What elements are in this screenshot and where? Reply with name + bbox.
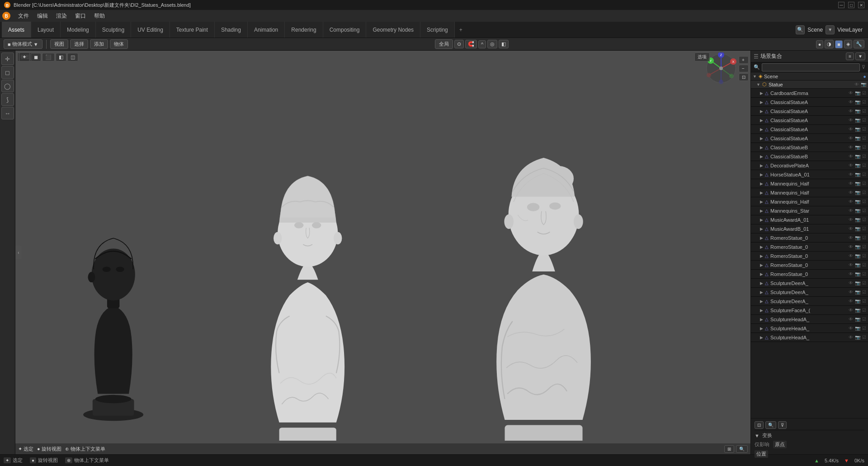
affect-value[interactable]: 原点 bbox=[773, 441, 787, 448]
tree-item-4[interactable]: ▶△ ClassicalStatueA 👁📷☑ bbox=[751, 125, 868, 134]
tree-item-19[interactable]: ▶△ RomeroStatue_0 👁📷☑ bbox=[751, 261, 868, 270]
select-mode-4[interactable]: ◧ bbox=[56, 53, 66, 62]
tree-item-27[interactable]: ▶△ SculptureHeadA_ 👁📷☑ bbox=[751, 333, 868, 342]
coll-render-icon[interactable]: 📷 bbox=[861, 82, 866, 87]
select-menu[interactable]: 选择 bbox=[70, 39, 88, 49]
tree-item-20[interactable]: ▶△ RomeroStatue_0 👁📷☑ bbox=[751, 270, 868, 279]
tab-layout[interactable]: Layout bbox=[31, 22, 61, 38]
search-btn[interactable]: 🔍 bbox=[736, 445, 748, 453]
add-workspace-button[interactable]: + bbox=[455, 22, 467, 38]
scene-visible-icon[interactable]: ● bbox=[863, 74, 866, 79]
prop-search-btn[interactable]: 🔍 bbox=[765, 421, 776, 429]
viewport-shading-2[interactable]: ◑ bbox=[825, 40, 834, 48]
menu-help[interactable]: 帮助 bbox=[90, 11, 108, 21]
filter-icon[interactable]: ⊽ bbox=[862, 64, 865, 70]
add-menu[interactable]: 添加 bbox=[90, 39, 108, 49]
scene-options-icon[interactable]: ▼ bbox=[826, 25, 835, 34]
tree-item-18[interactable]: ▶△ RomeroStatue_0 👁📷☑ bbox=[751, 252, 868, 261]
tree-item-16[interactable]: ▶△ RomeroStatue_0 👁📷☑ bbox=[751, 233, 868, 243]
tree-item-7[interactable]: ▶△ ClassicalStatueB 👁📷☑ bbox=[751, 152, 868, 161]
viewport-shading-3[interactable]: ■ bbox=[835, 40, 843, 48]
tree-item-23[interactable]: ▶△ SculptureDeerA_ 👁📷☑ bbox=[751, 297, 868, 306]
tree-item-0[interactable]: ▶ △ CardboardEmma 👁📷☑ bbox=[751, 89, 868, 98]
transform-arrow[interactable]: ▼ bbox=[755, 433, 760, 438]
tree-item-26[interactable]: ▶△ SculptureHeadA_ 👁📷☑ bbox=[751, 324, 868, 333]
coll-eye-icon[interactable]: 👁 bbox=[854, 82, 859, 87]
tree-item-1[interactable]: ▶△ ClassicalStatueA 👁📷☑ bbox=[751, 98, 868, 107]
select-mode-edge[interactable]: ◼ bbox=[31, 53, 41, 62]
position-value[interactable]: 位置 bbox=[755, 450, 768, 458]
cursor-tool[interactable]: ✛ bbox=[1, 52, 14, 65]
tab-assets[interactable]: Assets bbox=[2, 22, 31, 38]
minimize-button[interactable]: ─ bbox=[838, 2, 844, 8]
move-tool[interactable]: ↔ bbox=[1, 107, 14, 119]
tree-item-2[interactable]: ▶△ ClassicalStatueA 👁📷☑ bbox=[751, 107, 868, 116]
viewport-shading-4[interactable]: ◈ bbox=[844, 40, 852, 48]
tree-item-24[interactable]: ▶△ SculptureFaceA_( 👁📷☑ bbox=[751, 306, 868, 315]
scene-collection-row[interactable]: ▼ ◈ Scene ● bbox=[751, 72, 868, 81]
tree-item-25[interactable]: ▶△ SculptureHeadA_ 👁📷☑ bbox=[751, 315, 868, 324]
zoom-out-btn[interactable]: − bbox=[739, 65, 749, 72]
select-circle-tool[interactable]: ◯ bbox=[1, 80, 14, 92]
global-transform[interactable]: 全局 bbox=[435, 39, 453, 49]
select-mode-vertex[interactable]: ✦ bbox=[19, 52, 30, 62]
outliner-search-input[interactable] bbox=[762, 63, 860, 71]
tree-item-14[interactable]: ▶△ MusicAwardA_01 👁📷☑ bbox=[751, 215, 868, 224]
tab-rendering[interactable]: Rendering bbox=[285, 22, 323, 38]
menu-render[interactable]: 渲染 bbox=[52, 11, 71, 21]
tree-item-12[interactable]: ▶△ Mannequins_Half 👁📷☑ bbox=[751, 197, 868, 206]
zoom-extents-btn[interactable]: ⊡ bbox=[739, 73, 749, 81]
viewport-shading-1[interactable]: ● bbox=[816, 40, 824, 48]
tree-item-11[interactable]: ▶△ Mannequins_Half 👁📷☑ bbox=[751, 188, 868, 197]
outliner-filter-btn[interactable]: ≡ bbox=[846, 52, 854, 60]
viewport-options-btn[interactable]: 选项 bbox=[694, 52, 710, 62]
tree-item-10[interactable]: ▶△ Mannequins_Half 👁📷☑ bbox=[751, 179, 868, 188]
tab-uv-editing[interactable]: UV Editing bbox=[131, 22, 170, 38]
tab-modeling[interactable]: Modeling bbox=[61, 22, 96, 38]
proportional-edit[interactable]: ⊙ bbox=[454, 40, 464, 48]
outliner-view-btn[interactable]: ▼ bbox=[855, 52, 865, 60]
viewport-expand-arrow[interactable]: ‹ bbox=[15, 246, 22, 259]
view-menu[interactable]: 视图 bbox=[50, 39, 68, 49]
tree-item-17[interactable]: ▶△ RomeroStatue_0 👁📷☑ bbox=[751, 243, 868, 252]
select-mode-face[interactable]: ⬛ bbox=[42, 53, 55, 62]
statue-collection-row[interactable]: ▼ ⬡ Statue 👁 📷 bbox=[751, 81, 868, 89]
tree-item-15[interactable]: ▶△ MusicAwardB_01 👁📷☑ bbox=[751, 224, 868, 233]
prop-scene-btn[interactable]: ⊡ bbox=[755, 421, 764, 429]
mode-selector[interactable]: ■ 物体模式 ▼ bbox=[4, 39, 42, 49]
render-options[interactable]: 🔧 bbox=[854, 40, 864, 48]
close-button[interactable]: ✕ bbox=[858, 2, 864, 8]
tree-item-6[interactable]: ▶△ ClassicalStatueB 👁📷☑ bbox=[751, 143, 868, 152]
select-box-tool[interactable]: ◻ bbox=[1, 66, 14, 79]
tab-compositing[interactable]: Compositing bbox=[323, 22, 367, 38]
zoom-in-btn[interactable]: + bbox=[739, 56, 749, 64]
grid-btn[interactable]: ⊞ bbox=[724, 445, 734, 453]
snap-options[interactable]: ^ bbox=[478, 40, 486, 48]
menu-file[interactable]: 文件 bbox=[14, 11, 33, 21]
scene-selector[interactable]: 🔍 bbox=[796, 25, 805, 34]
xray-btn[interactable]: ◧ bbox=[499, 40, 509, 48]
menu-window[interactable]: 窗口 bbox=[71, 11, 90, 21]
tree-item-13[interactable]: ▶△ Mannequins_Star 👁📷☑ bbox=[751, 206, 868, 215]
tree-item-8[interactable]: ▶△ DecorativePlateA 👁📷☑ bbox=[751, 161, 868, 170]
select-mode-5[interactable]: ◫ bbox=[67, 53, 78, 62]
object-menu[interactable]: 物体 bbox=[110, 39, 128, 49]
axes-gizmo[interactable]: X Y Z bbox=[705, 52, 737, 84]
tab-sculpting[interactable]: Sculpting bbox=[96, 22, 131, 38]
snap-toggle[interactable]: 🧲 bbox=[465, 40, 477, 48]
tab-texture-paint[interactable]: Texture Paint bbox=[170, 22, 215, 38]
tree-item-9[interactable]: ▶△ HorseStatueA_01 👁📷☑ bbox=[751, 170, 868, 179]
tree-item-21[interactable]: ▶△ SculptureDeerA_ 👁📷☑ bbox=[751, 279, 868, 288]
tree-item-3[interactable]: ▶△ ClassicalStatueA 👁📷☑ bbox=[751, 116, 868, 125]
tree-item-5[interactable]: ▶△ ClassicalStatueA 👁📷☑ bbox=[751, 134, 868, 143]
tree-item-22[interactable]: ▶△ SculptureDeerA_ 👁📷☑ bbox=[751, 288, 868, 297]
prop-filter-btn[interactable]: ⊽ bbox=[778, 421, 787, 429]
menu-edit[interactable]: 编辑 bbox=[33, 11, 52, 21]
overlay-btn[interactable]: ◎ bbox=[487, 40, 497, 48]
viewport[interactable]: CG模型主 CG模型主 CG模型主 CG模型主 CG模型主 CG模型主 CG模型… bbox=[15, 51, 750, 454]
select-lasso-tool[interactable]: ⟆ bbox=[1, 93, 14, 106]
tab-shading[interactable]: Shading bbox=[215, 22, 248, 38]
tab-geometry-nodes[interactable]: Geometry Nodes bbox=[366, 22, 420, 38]
tab-scripting[interactable]: Scripting bbox=[420, 22, 455, 38]
maximize-button[interactable]: □ bbox=[848, 2, 854, 8]
